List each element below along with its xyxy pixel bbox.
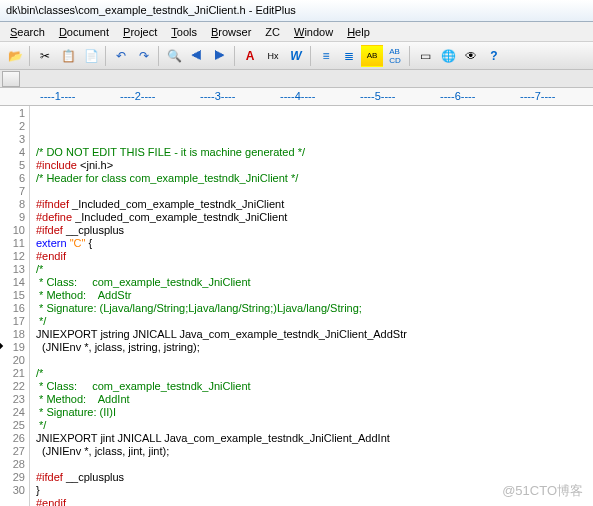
undo-icon[interactable]: ↶ xyxy=(110,45,132,67)
line-number: 19 xyxy=(0,341,25,354)
spell-icon[interactable]: ABCD xyxy=(384,45,406,67)
menu-help[interactable]: Help xyxy=(341,24,376,39)
line-number: 26 xyxy=(0,432,25,445)
menu-search[interactable]: Search xyxy=(4,24,51,39)
separator xyxy=(29,46,31,66)
line-number: 24 xyxy=(0,406,25,419)
line-number: 25 xyxy=(0,419,25,432)
code-line[interactable]: (JNIEnv *, jclass, jstring, jstring); xyxy=(36,341,593,354)
ruler-mark: ----7---- xyxy=(520,90,555,102)
line-number: 11 xyxy=(0,237,25,250)
preview-icon[interactable]: 👁 xyxy=(460,45,482,67)
menu-browser[interactable]: Browser xyxy=(205,24,257,39)
code-line[interactable] xyxy=(36,458,593,471)
document-tabs xyxy=(0,70,593,88)
separator xyxy=(310,46,312,66)
code-line[interactable]: */ xyxy=(36,419,593,432)
ruler-mark: ----3---- xyxy=(200,90,235,102)
line-number: 4 xyxy=(0,146,25,159)
line-number: 8 xyxy=(0,198,25,211)
code-line[interactable]: /* DO NOT EDIT THIS FILE - it is machine… xyxy=(36,146,593,159)
cut-icon[interactable]: ✂ xyxy=(34,45,56,67)
code-line[interactable]: */ xyxy=(36,315,593,328)
indent-icon[interactable]: ≡ xyxy=(315,45,337,67)
separator xyxy=(158,46,160,66)
line-number-gutter: 1234567891011121314151617181920212223242… xyxy=(0,106,30,506)
window-icon[interactable]: ▭ xyxy=(414,45,436,67)
code-line[interactable]: * Signature: (Ljava/lang/String;Ljava/la… xyxy=(36,302,593,315)
search-prev-icon[interactable]: ⯇ xyxy=(186,45,208,67)
line-number: 28 xyxy=(0,458,25,471)
code-content[interactable]: /* DO NOT EDIT THIS FILE - it is machine… xyxy=(30,106,593,506)
code-line[interactable]: JNIEXPORT jint JNICALL Java_com_example_… xyxy=(36,432,593,445)
line-number: 27 xyxy=(0,445,25,458)
redo-icon[interactable]: ↷ xyxy=(133,45,155,67)
title-bar: dk\bin\classes\com_example_testndk_JniCl… xyxy=(0,0,593,22)
line-number: 18 xyxy=(0,328,25,341)
line-number: 14 xyxy=(0,276,25,289)
watermark: @51CTO博客 xyxy=(502,482,583,500)
line-number: 30 xyxy=(0,484,25,497)
line-number: 21 xyxy=(0,367,25,380)
line-number: 13 xyxy=(0,263,25,276)
hex-icon[interactable]: Hx xyxy=(262,45,284,67)
editor-area: 1234567891011121314151617181920212223242… xyxy=(0,106,593,506)
code-line[interactable]: extern "C" { xyxy=(36,237,593,250)
line-number: 29 xyxy=(0,471,25,484)
line-number: 7 xyxy=(0,185,25,198)
code-line[interactable]: * Signature: (II)I xyxy=(36,406,593,419)
code-line[interactable]: /* xyxy=(36,367,593,380)
ruler: ----1--------2--------3--------4--------… xyxy=(0,88,593,106)
code-line[interactable]: * Method: AddInt xyxy=(36,393,593,406)
line-number: 2 xyxy=(0,120,25,133)
search-next-icon[interactable]: ⯈ xyxy=(209,45,231,67)
code-line[interactable]: #define _Included_com_example_testndk_Jn… xyxy=(36,211,593,224)
code-line[interactable]: * Method: AddStr xyxy=(36,289,593,302)
ruler-mark: ----1---- xyxy=(40,90,75,102)
code-line[interactable]: JNIEXPORT jstring JNICALL Java_com_examp… xyxy=(36,328,593,341)
menu-bar: SearchDocumentProjectToolsBrowserZCWindo… xyxy=(0,22,593,42)
line-number: 16 xyxy=(0,302,25,315)
line-number: 5 xyxy=(0,159,25,172)
code-line[interactable] xyxy=(36,354,593,367)
font-icon[interactable]: A xyxy=(239,45,261,67)
word-icon[interactable]: W xyxy=(285,45,307,67)
help-icon[interactable]: ? xyxy=(483,45,505,67)
browser-icon[interactable]: 🌐 xyxy=(437,45,459,67)
copy-icon[interactable]: 📋 xyxy=(57,45,79,67)
line-number: 10 xyxy=(0,224,25,237)
toolbar: 📂 ✂ 📋 📄 ↶ ↷ 🔍 ⯇ ⯈ A Hx W ≡ ≣ AB ABCD ▭ 🌐… xyxy=(0,42,593,70)
code-line[interactable]: * Class: com_example_testndk_JniClient xyxy=(36,380,593,393)
search-icon[interactable]: 🔍 xyxy=(163,45,185,67)
menu-project[interactable]: Project xyxy=(117,24,163,39)
window-title: dk\bin\classes\com_example_testndk_JniCl… xyxy=(6,4,296,16)
ruler-mark: ----6---- xyxy=(440,90,475,102)
document-tab[interactable] xyxy=(2,71,20,87)
code-line[interactable]: #endif xyxy=(36,250,593,263)
line-number: 3 xyxy=(0,133,25,146)
code-line[interactable]: (JNIEnv *, jclass, jint, jint); xyxy=(36,445,593,458)
code-line[interactable]: /* Header for class com_example_testndk_… xyxy=(36,172,593,185)
ruler-mark: ----2---- xyxy=(120,90,155,102)
code-line[interactable] xyxy=(36,185,593,198)
ruler-mark: ----4---- xyxy=(280,90,315,102)
menu-document[interactable]: Document xyxy=(53,24,115,39)
highlight-icon[interactable]: AB xyxy=(361,45,383,67)
line-number: 20 xyxy=(0,354,25,367)
menu-zc[interactable]: ZC xyxy=(259,24,286,39)
code-line[interactable]: #ifdef __cplusplus xyxy=(36,224,593,237)
line-number: 1 xyxy=(0,107,25,120)
code-line[interactable]: #ifndef _Included_com_example_testndk_Jn… xyxy=(36,198,593,211)
menu-tools[interactable]: Tools xyxy=(165,24,203,39)
menu-window[interactable]: Window xyxy=(288,24,339,39)
code-line[interactable]: /* xyxy=(36,263,593,276)
ruler-mark: ----5---- xyxy=(360,90,395,102)
line-number: 15 xyxy=(0,289,25,302)
outdent-icon[interactable]: ≣ xyxy=(338,45,360,67)
code-line[interactable]: * Class: com_example_testndk_JniClient xyxy=(36,276,593,289)
code-line[interactable]: #include <jni.h> xyxy=(36,159,593,172)
paste-icon[interactable]: 📄 xyxy=(80,45,102,67)
line-number: 17 xyxy=(0,315,25,328)
open-icon[interactable]: 📂 xyxy=(4,45,26,67)
line-number: 22 xyxy=(0,380,25,393)
